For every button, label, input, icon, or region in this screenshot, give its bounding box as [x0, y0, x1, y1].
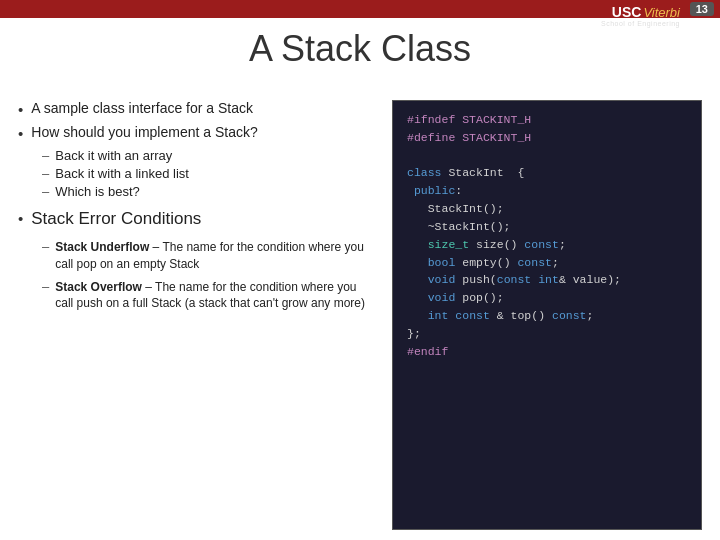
bullet-2: • How should you implement a Stack?: [18, 124, 376, 142]
code-void-2: void: [428, 291, 456, 304]
error-heading: Stack Error Conditions: [31, 209, 201, 229]
overflow-item: – Stack Overflow – The name for the cond…: [42, 279, 376, 313]
bullet-dot-2: •: [18, 125, 23, 142]
code-const-3: const: [497, 273, 532, 286]
sub-dash-2: –: [42, 166, 49, 181]
code-line-1: #ifndef STACKINT_H #define STACKINT_H: [407, 113, 531, 144]
code-const-2: const: [517, 256, 552, 269]
overflow-dash: –: [42, 279, 49, 294]
code-size_t: size_t: [428, 238, 469, 251]
page-number: 13: [690, 2, 714, 16]
code-endif: #endif: [407, 345, 448, 358]
logo-school: School of Engineering: [601, 20, 680, 27]
code-int-keyword: int: [538, 273, 559, 286]
logo-usc: USC: [612, 4, 642, 20]
sub-list: – Back it with an array – Back it with a…: [42, 148, 376, 199]
sub-dash-3: –: [42, 184, 49, 199]
logo-viterbi: Viterbi: [643, 5, 680, 20]
overflow-text: Stack Overflow – The name for the condit…: [55, 279, 376, 313]
code-int-2: int: [428, 309, 449, 322]
sub-text-1: Back it with an array: [55, 148, 172, 163]
code-const-1: const: [524, 238, 559, 251]
sub-item-3: – Which is best?: [42, 184, 376, 199]
left-column: • A sample class interface for a Stack •…: [18, 100, 376, 530]
code-block: #ifndef STACKINT_H #define STACKINT_H cl…: [392, 100, 702, 530]
error-bullet-dot: •: [18, 210, 23, 227]
code-public-keyword: public: [414, 184, 455, 197]
sub-dash-1: –: [42, 148, 49, 163]
underflow-dash: –: [42, 239, 49, 254]
code-class-keyword: class: [407, 166, 442, 179]
sub-text-3: Which is best?: [55, 184, 140, 199]
logo-area: USC Viterbi School of Engineering: [601, 4, 680, 27]
underflow-text: Stack Underflow – The name for the condi…: [55, 239, 376, 273]
code-const-6: const: [552, 309, 587, 322]
code-void-1: void: [428, 273, 456, 286]
error-section: • Stack Error Conditions – Stack Underfl…: [18, 209, 376, 312]
code-top-fn: & top(): [490, 309, 552, 322]
bullet-1: • A sample class interface for a Stack: [18, 100, 376, 118]
bullet-text-1: A sample class interface for a Stack: [31, 100, 253, 116]
sub-text-2: Back it with a linked list: [55, 166, 189, 181]
sub-item-2: – Back it with a linked list: [42, 166, 376, 181]
sub-item-1: – Back it with an array: [42, 148, 376, 163]
main-content: • A sample class interface for a Stack •…: [18, 100, 702, 530]
overflow-label: Stack Overflow: [55, 280, 142, 294]
code-bool-keyword: bool: [428, 256, 456, 269]
slide-title: A Stack Class: [0, 28, 720, 70]
bullet-dot-1: •: [18, 101, 23, 118]
code-empty-fn: empty(): [455, 256, 517, 269]
code-const-5: const: [455, 309, 490, 322]
bullet-text-2: How should you implement a Stack?: [31, 124, 257, 140]
code-push-fn: push(: [455, 273, 496, 286]
error-sub-list: – Stack Underflow – The name for the con…: [42, 239, 376, 312]
code-size-fn: size(): [469, 238, 524, 251]
underflow-label: Stack Underflow: [55, 240, 149, 254]
underflow-item: – Stack Underflow – The name for the con…: [42, 239, 376, 273]
error-bullet: • Stack Error Conditions: [18, 209, 376, 233]
